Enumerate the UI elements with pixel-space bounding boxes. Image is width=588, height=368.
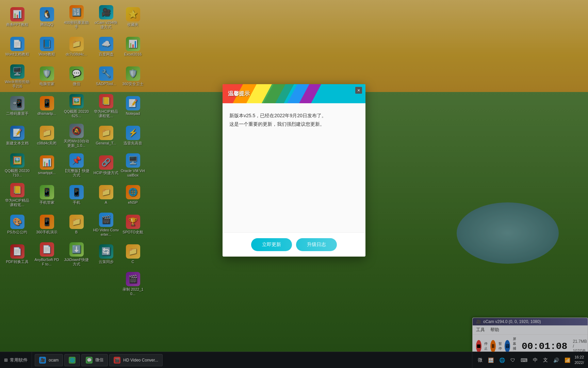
dialog-header: 温馨提示 × bbox=[223, 84, 365, 103]
dialog-footer: 立即更新 升级日志 bbox=[223, 233, 365, 257]
dialog-body: 新版本v25.5，已经在2022年9月20日发布了。 这是一个重要的更新，我们强… bbox=[223, 103, 365, 233]
dialog-title: 温馨提示 bbox=[228, 90, 250, 97]
dialog-close-button[interactable]: × bbox=[355, 87, 362, 94]
dialog-message-line2: 这是一个重要的更新，我们强烈建议您更新。 bbox=[229, 120, 359, 128]
dialog-overlay: 温馨提示 × 新版本v25.5，已经在2022年9月20日发布了。 这是一个重要… bbox=[0, 0, 588, 368]
upgrade-log-button[interactable]: 升级日志 bbox=[296, 238, 337, 251]
dialog-message-line1: 新版本v25.5，已经在2022年9月20日发布了。 bbox=[229, 111, 359, 120]
update-now-button[interactable]: 立即更新 bbox=[251, 238, 292, 251]
update-dialog: 温馨提示 × 新版本v25.5，已经在2022年9月20日发布了。 这是一个重要… bbox=[223, 84, 365, 257]
